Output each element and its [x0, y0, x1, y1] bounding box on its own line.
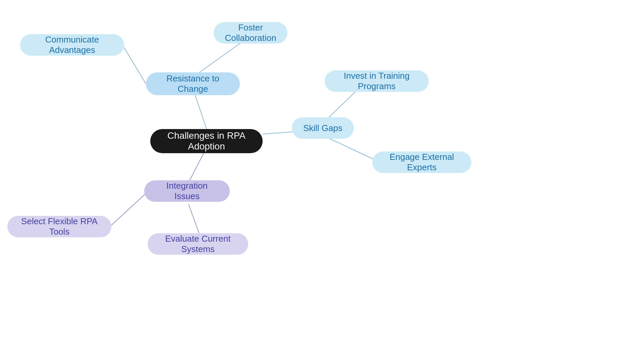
svg-line-2: [124, 48, 146, 84]
engage-node: Engage External Experts: [372, 152, 471, 173]
invest-node: Invest in Training Programs: [325, 70, 429, 92]
foster-node: Foster Collaboration: [214, 22, 287, 44]
select-node: Select Flexible RPA Tools: [7, 216, 111, 237]
center-node: Challenges in RPA Adoption: [150, 129, 263, 153]
skillgaps-node: Skill Gaps: [292, 117, 354, 139]
evaluate-node: Evaluate Current Systems: [148, 233, 248, 255]
svg-line-7: [111, 193, 146, 225]
svg-line-8: [189, 204, 200, 235]
resistance-node: Resistance to Change: [146, 72, 240, 95]
svg-line-5: [327, 137, 376, 160]
integration-node: Integration Issues: [144, 180, 230, 202]
communicate-node: Communicate Advantages: [20, 34, 124, 56]
